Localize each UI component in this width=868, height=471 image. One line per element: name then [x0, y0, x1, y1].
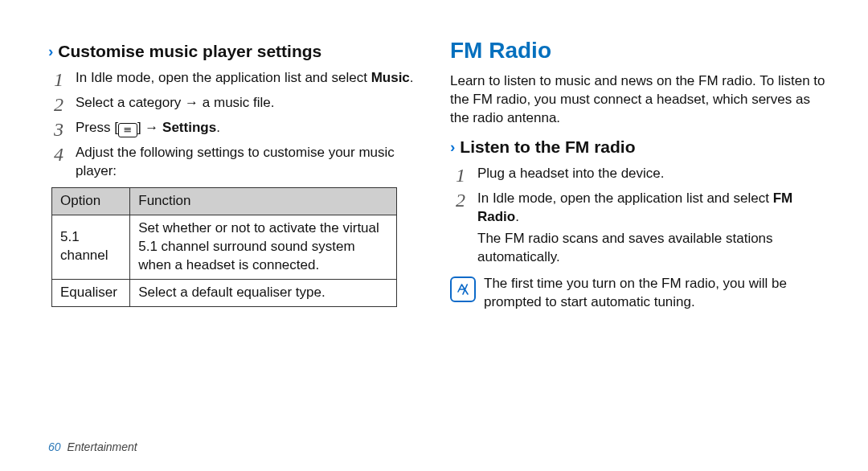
subheading-customise: › Customise music player settings — [48, 40, 426, 63]
step-number: 2 — [48, 92, 69, 117]
step-post: . — [216, 120, 220, 135]
subheading-text: Listen to the FM radio — [460, 136, 635, 158]
step-text: In Idle mode, open the application list … — [76, 70, 371, 85]
page-number: 60 — [48, 440, 61, 455]
td-function: Select a default equaliser type. — [130, 279, 397, 306]
step-text: Select a category → a music file. — [76, 95, 275, 110]
step-1: 1 In Idle mode, open the application lis… — [48, 69, 426, 88]
step-number: 4 — [48, 141, 69, 167]
td-function: Set whether or not to activate the virtu… — [130, 215, 397, 279]
step-3: 3 Press [] → Settings. — [48, 119, 426, 137]
manual-page: › Customise music player settings 1 In I… — [0, 0, 868, 471]
page-footer: 60 Entertainment — [48, 440, 137, 455]
options-table: Option Function 5.1 channel Set whether … — [51, 187, 397, 307]
chevron-icon: › — [48, 41, 53, 62]
step-sub-para: The FM radio scans and saves available s… — [477, 230, 828, 267]
left-column: › Customise music player settings 1 In I… — [48, 35, 426, 447]
fm-intro: Learn to listen to music and news on the… — [450, 72, 828, 128]
step-2: 2 In Idle mode, open the application lis… — [450, 190, 828, 267]
step-bold: Music — [371, 70, 410, 85]
step-1: 1 Plug a headset into the device. — [450, 165, 828, 183]
note-block: The first time you turn on the FM radio,… — [450, 275, 828, 312]
step-text: Plug a headset into the device. — [477, 166, 665, 181]
note-text: The first time you turn on the FM radio,… — [484, 275, 828, 312]
step-2: 2 Select a category → a music file. — [48, 94, 426, 113]
td-option: Equaliser — [52, 279, 130, 306]
th-option: Option — [52, 188, 130, 215]
step-number: 1 — [450, 162, 471, 188]
left-steps: 1 In Idle mode, open the application lis… — [48, 69, 426, 181]
table-row: 5.1 channel Set whether or not to activa… — [52, 215, 397, 279]
step-number: 2 — [450, 187, 471, 213]
footer-section: Entertainment — [68, 440, 137, 455]
right-column: FM Radio Learn to listen to music and ne… — [450, 35, 828, 447]
table-row: Equaliser Select a default equaliser typ… — [52, 279, 397, 306]
step-bold: Settings — [162, 120, 216, 135]
step-4: 4 Adjust the following settings to custo… — [48, 144, 426, 181]
step-text: In Idle mode, open the application list … — [477, 190, 773, 206]
step-text: Press [ — [76, 120, 118, 135]
chevron-icon: › — [450, 137, 455, 158]
table-header-row: Option Function — [52, 188, 397, 215]
step-number: 1 — [48, 67, 69, 92]
step-text: Adjust the following settings to customi… — [76, 145, 395, 178]
section-title-fm: FM Radio — [450, 35, 828, 66]
th-function: Function — [130, 188, 397, 215]
note-icon — [450, 276, 476, 302]
right-steps: 1 Plug a headset into the device. 2 In I… — [450, 165, 828, 267]
step-post: . — [515, 209, 519, 224]
subheading-text: Customise music player settings — [58, 40, 321, 63]
step-mid: ] → — [137, 120, 162, 135]
step-number: 3 — [48, 117, 69, 142]
step-post: . — [410, 70, 414, 85]
subheading-listen: › Listen to the FM radio — [450, 136, 828, 158]
menu-icon — [118, 123, 137, 137]
td-option: 5.1 channel — [52, 215, 130, 279]
